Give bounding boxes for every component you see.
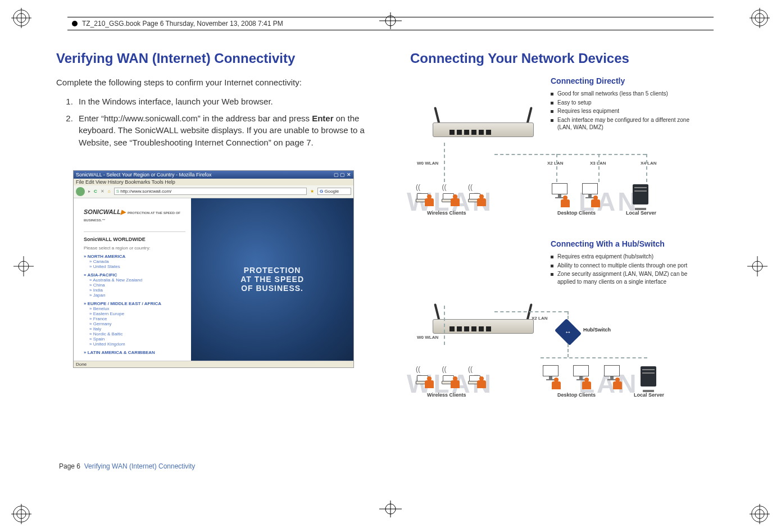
region-heading: EUROPE / MIDDLE EAST / AFRICA [84, 301, 185, 306]
hero-panel: PROTECTION AT THE SPEED OF BUSINESS. [191, 198, 353, 361]
star-icon: ★ [310, 189, 314, 194]
bold-enter: Enter [312, 113, 333, 123]
port-w0-label: W0 WLAN [417, 161, 438, 166]
hub-bullets: Requires extra equipment (hub/switch)Abi… [551, 253, 702, 285]
desktop-clients-icon [537, 365, 626, 393]
right-column: Connecting Your Network Devices Connecti… [410, 51, 725, 481]
connector-line [494, 154, 646, 155]
local-server-icon [641, 366, 656, 392]
search-box: G Google [317, 188, 351, 195]
router-icon [433, 110, 534, 144]
region-link: Eastern Europe [89, 311, 185, 316]
region-link: Canada [89, 259, 185, 264]
left-column: Verifying WAN (Internet) Connectivity Co… [56, 51, 371, 481]
port-x4-label: X4 LAN [641, 161, 656, 166]
region-link: India [89, 288, 185, 293]
browser-title: SonicWALL - Select Your Region or Countr… [76, 172, 211, 178]
region-link: Australia & New Zealand [89, 278, 185, 283]
back-icon [76, 187, 85, 196]
registration-mark-icon [750, 504, 770, 524]
region-link: Italy [89, 326, 185, 331]
bullet-item: Easy to setup [551, 99, 697, 107]
browser-statusbar: Done [74, 361, 353, 367]
worldwide-heading: SonicWALL WORLDWIDE [84, 237, 185, 242]
page-header-bar: TZ_210_GSG.book Page 6 Thursday, Novembe… [67, 17, 714, 30]
browser-content: SONICWALL▶PROTECTION AT THE SPEED OF BUS… [74, 198, 353, 361]
wireless-clients-label: Wireless Clients [427, 392, 466, 398]
crop-mark-icon [747, 256, 768, 276]
wireless-clients-icon: (( (( (( [414, 365, 489, 392]
browser-menubar: File Edit View History Bookmarks Tools H… [74, 179, 353, 185]
heading-connecting-devices: Connecting Your Network Devices [410, 51, 725, 66]
forward-icon: ▸ [88, 189, 90, 194]
wireless-clients-label: Wireless Clients [427, 210, 466, 216]
reload-icon: C [94, 189, 97, 194]
connector-line [494, 311, 567, 312]
wireless-clients-icon: (( (( (( [414, 183, 489, 210]
browser-toolbar: ▸ C ✕ ⌂ S http://www.sonicwall.com/ ★ G … [74, 185, 353, 198]
connector-line [646, 154, 647, 182]
hub-text-block: Connecting With a Hub/Switch Requires ex… [551, 239, 702, 287]
sonicwall-logo: SONICWALL▶PROTECTION AT THE SPEED OF BUS… [84, 208, 185, 222]
connector-line [444, 306, 445, 345]
region-link: Japan [89, 293, 185, 298]
region-prompt: Please select a region or country: [84, 245, 185, 251]
direct-bullets: Good for small networks (less than 5 cli… [551, 90, 697, 131]
region-link: United States [89, 264, 185, 269]
bullet-item: Zone security assignment (LAN, WAN, DMZ)… [551, 270, 702, 285]
region-link: Nordic & Baltic [89, 331, 185, 337]
region-link: Spain [89, 337, 185, 342]
region-heading: NORTH AMERICA [84, 254, 185, 259]
local-server-label: Local Server [626, 210, 656, 216]
bullet-item: Requires less equipment [551, 107, 697, 115]
connector-line [598, 154, 600, 182]
crop-mark-icon [379, 501, 402, 520]
region-link: France [89, 316, 185, 321]
home-icon: ⌂ [108, 189, 111, 194]
bullet-item: Good for small networks (less than 5 cli… [551, 90, 697, 98]
hub-title: Connecting With a Hub/Switch [551, 239, 702, 248]
region-link: China [89, 283, 185, 288]
heading-verify-wan: Verifying WAN (Internet) Connectivity [56, 51, 371, 66]
port-x2-label: X2 LAN [547, 161, 563, 166]
local-server-icon [633, 184, 648, 210]
network-diagram: Connecting Directly Good for small netwo… [410, 76, 725, 481]
browser-screenshot: SonicWALL - Select Your Region or Countr… [73, 170, 354, 368]
region-link: United Kingdom [89, 342, 185, 347]
bullet-item: Each interface may be configured for a d… [551, 116, 697, 131]
region-list: NORTH AMERICACanadaUnited StatesASIA-PAC… [84, 254, 185, 355]
desktop-clients-icon [546, 183, 605, 211]
page-footer: Page 6 Verifying WAN (Internet) Connecti… [59, 462, 195, 470]
hero-line-2: AT THE SPEED [240, 275, 304, 284]
bullet-item: Requires extra equipment (hub/switch) [551, 253, 702, 261]
step-1: In the Windows interface, launch your We… [75, 96, 371, 108]
region-link: Benelux [89, 306, 185, 311]
browser-titlebar: SonicWALL - Select Your Region or Countr… [74, 171, 353, 179]
hub-switch-icon: ↔ [557, 324, 579, 340]
region-link: Germany [89, 321, 185, 326]
header-text: TZ_210_GSG.book Page 6 Thursday, Novembe… [82, 20, 283, 28]
registration-mark-icon [11, 504, 31, 524]
hero-line-1: PROTECTION [244, 266, 301, 275]
region-heading: ASIA-PACIFIC [84, 272, 185, 278]
bullet-item: Ability to connect to multiple clients t… [551, 262, 702, 270]
region-heading: LATIN AMERICA & CARIBBEAN [84, 350, 185, 355]
page-number: Page 6 [59, 462, 80, 470]
local-server-label: Local Server [634, 392, 664, 398]
connector-line [541, 357, 647, 358]
window-controls-icon: ▢ ▢ ✕ [334, 172, 351, 178]
hub-switch-label: Hub/Switch [583, 327, 611, 333]
registration-mark-icon [750, 8, 770, 28]
port-w0-label: W0 WLAN [417, 335, 438, 340]
port-x2-label: X2 LAN [532, 316, 547, 321]
url-bar: S http://www.sonicwall.com/ [114, 188, 307, 195]
intro-text: Complete the following steps to confirm … [56, 76, 371, 89]
connector-line [556, 154, 557, 182]
hero-line-3: OF BUSINESS. [241, 284, 303, 293]
connector-line [444, 143, 445, 182]
registration-mark-icon [11, 8, 31, 28]
footer-section: Verifying WAN (Internet) Connectivity [84, 462, 196, 470]
bullet-icon [72, 21, 78, 26]
stop-icon: ✕ [101, 189, 105, 194]
crop-mark-icon [13, 256, 34, 276]
